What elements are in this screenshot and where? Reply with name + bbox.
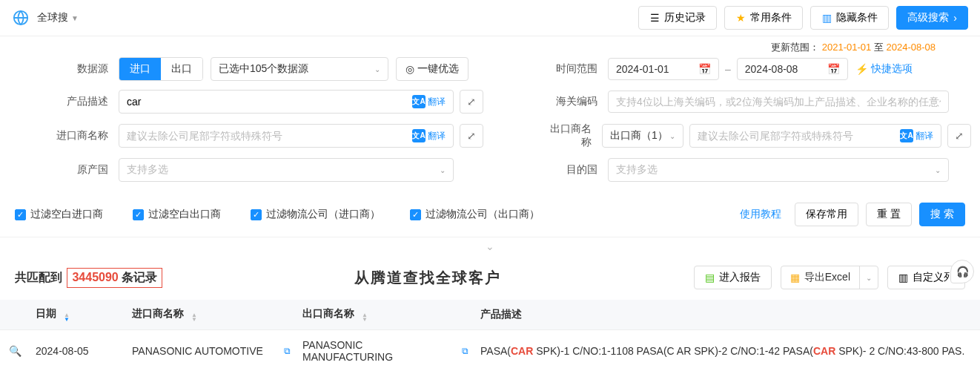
chevron-down-icon: ⌄: [669, 132, 675, 140]
headset-icon: 🎧: [956, 266, 969, 278]
datasource-select[interactable]: 已选中105个数据源 ⌄: [211, 57, 388, 81]
columns-icon: ▥: [898, 272, 908, 283]
barcode-icon: ▥: [821, 13, 832, 23]
collapse-toggle[interactable]: ⌄: [0, 237, 980, 255]
checkbox-icon: ✓: [410, 209, 421, 220]
filter-checkbox-row: ✓ 过滤空白进口商 ✓ 过滤空白出口商 ✓ 过滤物流公司（进口商） ✓ 过滤物流…: [0, 198, 980, 237]
filter-empty-exporter-checkbox[interactable]: ✓ 过滤空白出口商: [133, 208, 221, 221]
save-common-button[interactable]: 保存常用: [795, 203, 858, 226]
header-date[interactable]: 日期 ▲▼: [30, 300, 126, 330]
product-desc-input[interactable]: [127, 96, 412, 108]
lightning-icon: ⚡: [855, 63, 868, 75]
expand-button[interactable]: ⤢: [460, 124, 483, 148]
origin-select[interactable]: 支持多选 ⌄: [119, 158, 454, 182]
translate-icon: 文A: [900, 129, 913, 142]
sort-icon: ▲▼: [64, 313, 70, 322]
expand-icon: ⤢: [955, 130, 964, 142]
importer-input-wrap: 文A 翻译: [119, 124, 454, 148]
copy-icon[interactable]: ⧉: [462, 346, 469, 356]
search-button[interactable]: 搜 索: [919, 203, 965, 226]
sort-icon: ▲▼: [191, 313, 197, 322]
translate-button[interactable]: 文A 翻译: [412, 95, 446, 108]
list-icon: ☰: [649, 13, 660, 23]
hs-label: 海关编码: [549, 95, 608, 108]
chevron-down-icon: ⌄: [486, 240, 494, 252]
quick-select-link[interactable]: ⚡ 快捷选项: [855, 62, 913, 76]
cell-exporter: PANASONIC MANUFACTURING⧉: [297, 330, 474, 372]
sort-icon: ▲▼: [362, 313, 368, 322]
chevron-down-icon: ⌄: [374, 65, 380, 73]
translate-button[interactable]: 文A 翻译: [412, 129, 446, 142]
datasource-label: 数据源: [15, 62, 119, 76]
expand-icon: ⤢: [467, 96, 476, 108]
hs-input-wrap: [608, 91, 949, 113]
row-search-icon[interactable]: 🔍: [9, 345, 21, 357]
expand-icon: ⤢: [467, 130, 476, 142]
search-type-label: 全球搜: [37, 11, 68, 24]
star-icon: ★: [735, 13, 746, 23]
chevron-down-icon: ⌄: [866, 274, 872, 282]
calendar-icon: 📅: [827, 63, 840, 75]
product-desc-label: 产品描述: [15, 95, 119, 108]
checkbox-icon: ✓: [133, 209, 144, 220]
checkbox-icon: ✓: [15, 209, 26, 220]
origin-label: 原产国: [15, 163, 119, 177]
globe-icon: [12, 9, 30, 27]
chevron-down-icon: ⌄: [440, 166, 446, 174]
exporter-type-select[interactable]: 出口商（1） ⌄: [602, 124, 683, 148]
results-slogan: 从腾道查找全球客户: [162, 268, 694, 288]
optimize-button[interactable]: ◎ 一键优选: [396, 57, 469, 81]
chevron-down-icon: ▼: [71, 14, 79, 22]
enter-report-button[interactable]: ▤ 进入报告: [694, 266, 772, 289]
history-button[interactable]: ☰ 历史记录: [638, 6, 717, 30]
search-form: 数据源 进口 出口 已选中105个数据源 ⌄ ◎ 一键优选 时间范围 2024-…: [0, 54, 980, 198]
support-button[interactable]: 🎧: [950, 260, 974, 283]
export-dropdown[interactable]: ⌄: [859, 266, 878, 289]
import-export-toggle: 进口 出口: [119, 57, 203, 81]
reset-button[interactable]: 重 置: [866, 203, 912, 226]
calendar-icon: 📅: [698, 63, 711, 75]
tutorial-link[interactable]: 使用教程: [740, 203, 781, 226]
product-desc-input-wrap: 文A 翻译: [119, 90, 454, 114]
copy-icon[interactable]: ⧉: [284, 346, 291, 356]
search-type-dropdown[interactable]: 全球搜 ▼: [37, 11, 79, 24]
update-range: 更新范围： 2021-01-01 至 2024-08-08: [0, 36, 980, 54]
expand-button[interactable]: ⤢: [947, 124, 971, 148]
chevron-right-icon: ›: [953, 12, 957, 24]
export-toggle[interactable]: 出口: [161, 58, 202, 80]
import-toggle[interactable]: 进口: [119, 58, 161, 80]
hidden-conditions-button[interactable]: ▥ 隐藏条件: [810, 6, 889, 30]
time-range-label: 时间范围: [549, 62, 608, 76]
importer-label: 进口商名称: [15, 129, 119, 142]
cell-importer: PANASONIC AUTOMOTIVE⧉: [126, 330, 297, 372]
translate-button[interactable]: 文A 翻译: [900, 129, 933, 142]
advanced-search-button[interactable]: 高级搜索 ›: [896, 6, 968, 30]
results-bar: 共匹配到 3445090 条记录 从腾道查找全球客户 ▤ 进入报告 ▦ 导出Ex…: [0, 255, 980, 300]
dest-label: 目的国: [549, 163, 608, 177]
table-row: 🔍2024-08-05PANASONIC AUTOMOTIVE⧉PANASONI…: [0, 330, 980, 372]
expand-button[interactable]: ⤢: [460, 90, 483, 114]
cell-date: 2024-08-05: [30, 330, 126, 372]
chevron-down-icon: ⌄: [935, 166, 941, 174]
filter-logistics-exporter-checkbox[interactable]: ✓ 过滤物流公司（出口商）: [410, 208, 540, 221]
topbar: 全球搜 ▼ ☰ 历史记录 ★ 常用条件 ▥ 隐藏条件 高级搜索 ›: [0, 0, 980, 36]
filter-logistics-importer-checkbox[interactable]: ✓ 过滤物流公司（进口商）: [251, 208, 380, 221]
results-count: 共匹配到 3445090 条记录: [15, 268, 162, 288]
results-table: 日期 ▲▼ 进口商名称 ▲▼ 出口商名称 ▲▼ 产品描述 🔍2024-08-05…: [0, 300, 980, 371]
export-excel-button[interactable]: ▦ 导出Excel ⌄: [781, 266, 878, 289]
header-exporter[interactable]: 出口商名称 ▲▼: [297, 300, 474, 330]
target-icon: ◎: [405, 63, 414, 75]
exporter-input[interactable]: [698, 130, 900, 142]
date-from-input[interactable]: 2024-01-01 📅: [608, 58, 719, 80]
hs-input[interactable]: [616, 96, 941, 108]
filter-empty-importer-checkbox[interactable]: ✓ 过滤空白进口商: [15, 208, 103, 221]
importer-input[interactable]: [127, 130, 412, 142]
date-to-input[interactable]: 2024-08-08 📅: [737, 58, 848, 80]
document-icon: ▤: [705, 272, 715, 283]
translate-icon: 文A: [412, 129, 426, 142]
frequent-button[interactable]: ★ 常用条件: [724, 6, 803, 30]
exporter-input-wrap: 文A 翻译: [689, 124, 941, 148]
header-importer[interactable]: 进口商名称 ▲▼: [126, 300, 297, 330]
checkbox-icon: ✓: [251, 209, 262, 220]
dest-select[interactable]: 支持多选 ⌄: [608, 158, 949, 182]
